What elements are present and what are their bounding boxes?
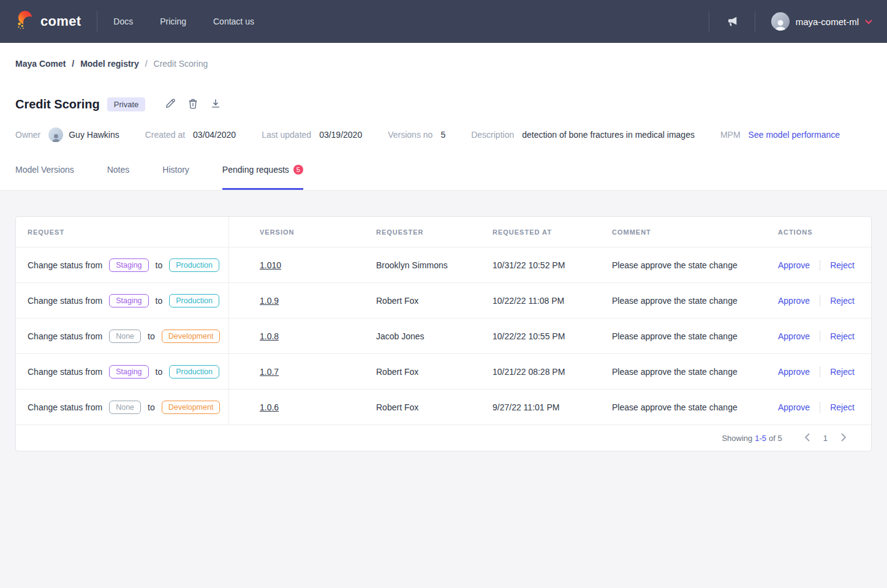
- showing-total: of 5: [769, 434, 782, 443]
- previous-page-button[interactable]: [803, 433, 811, 443]
- top-navbar: comet Docs Pricing Contact us maya-come: [0, 0, 887, 43]
- requested-at-cell: 10/21/22 08:28 PM: [477, 367, 597, 377]
- version-link[interactable]: 1.0.8: [260, 331, 279, 341]
- table-body: Change status from Staging to Production…: [16, 247, 871, 425]
- nav-link-docs[interactable]: Docs: [113, 17, 133, 26]
- title-row: Credit Scoring Private: [15, 97, 872, 112]
- versions-no-label: Versions no: [388, 130, 432, 140]
- pending-count-badge: 5: [293, 165, 303, 175]
- versions-no-value: 5: [440, 130, 445, 140]
- next-page-button[interactable]: [840, 433, 848, 443]
- status-badge-from: None: [109, 330, 141, 343]
- version-link[interactable]: 1.010: [260, 260, 281, 270]
- showing-range: 1-5: [755, 434, 766, 443]
- reject-button[interactable]: Reject: [830, 367, 855, 377]
- see-model-performance-link[interactable]: See model performance: [749, 130, 840, 140]
- tab-model-versions[interactable]: Model Versions: [15, 165, 74, 190]
- comment-cell: Please approve the state change: [597, 331, 763, 341]
- last-updated-value: 03/19/2020: [319, 130, 362, 140]
- nav-link-pricing[interactable]: Pricing: [160, 17, 186, 26]
- requester-cell: Robert Fox: [361, 367, 477, 377]
- actions-divider: [820, 331, 820, 342]
- column-header-comment: COMMENT: [597, 217, 763, 247]
- status-badge-to: Development: [162, 330, 221, 343]
- actions-cell: Approve Reject: [763, 295, 871, 306]
- column-header-actions: ACTIONS: [763, 217, 871, 247]
- comment-cell: Please approve the state change: [597, 296, 763, 306]
- last-updated-label: Last updated: [262, 130, 311, 140]
- requester-cell: Brooklyn Simmons: [361, 260, 477, 270]
- status-badge-to: Production: [169, 365, 219, 379]
- edit-button[interactable]: [164, 97, 177, 112]
- comet-logo[interactable]: comet: [15, 10, 81, 33]
- reject-button[interactable]: Reject: [830, 296, 855, 306]
- tab-pending-requests-label: Pending requests: [222, 165, 289, 175]
- owner-label: Owner: [15, 130, 40, 140]
- breadcrumb-separator: /: [72, 59, 74, 69]
- pencil-icon: [165, 98, 176, 111]
- chevron-down-icon: [865, 16, 872, 27]
- page-header: Maya Comet / Model registry / Credit Sco…: [0, 43, 887, 190]
- table-header-row: REQUEST VERSION REQUESTER REQUESTED AT C…: [16, 217, 871, 247]
- status-badge-from: Staging: [109, 258, 148, 272]
- showing-label: Showing: [722, 434, 752, 443]
- nav-divider: [97, 11, 97, 32]
- created-at-value: 03/04/2020: [193, 130, 236, 140]
- request-cell: Change status from None to Development: [16, 318, 229, 353]
- request-cell: Change status from Staging to Production: [16, 283, 229, 318]
- reject-button[interactable]: Reject: [830, 331, 855, 341]
- download-button[interactable]: [209, 97, 222, 112]
- tab-pending-requests[interactable]: Pending requests 5: [222, 165, 303, 190]
- reject-button[interactable]: Reject: [830, 260, 855, 270]
- requested-at-cell: 9/27/22 11:01 PM: [477, 402, 597, 412]
- model-meta-row: Owner Guy Hawkins Created at 03/04/2020 …: [15, 127, 872, 142]
- breadcrumb-workspace[interactable]: Maya Comet: [15, 59, 66, 69]
- actions-divider: [820, 402, 820, 413]
- breadcrumb: Maya Comet / Model registry / Credit Sco…: [15, 59, 872, 69]
- request-join: to: [156, 367, 163, 377]
- request-join: to: [156, 296, 163, 306]
- actions-cell: Approve Reject: [763, 331, 871, 342]
- requester-cell: Jacob Jones: [361, 331, 477, 341]
- user-menu[interactable]: maya-comet-ml: [771, 12, 872, 31]
- brand-wordmark: comet: [40, 13, 81, 29]
- approve-button[interactable]: Approve: [778, 331, 810, 341]
- download-icon: [210, 98, 221, 111]
- current-page-number[interactable]: 1: [823, 434, 828, 443]
- requested-at-cell: 10/22/22 10:55 PM: [477, 331, 597, 341]
- owner-name: Guy Hawkins: [69, 130, 119, 140]
- reject-button[interactable]: Reject: [830, 402, 855, 412]
- request-join: to: [148, 331, 155, 341]
- announcements-megaphone-icon[interactable]: [725, 15, 739, 28]
- request-prefix: Change status from: [28, 367, 102, 377]
- request-cell: Change status from Staging to Production: [16, 247, 229, 282]
- column-header-request: REQUEST: [16, 217, 229, 247]
- actions-cell: Approve Reject: [763, 402, 871, 413]
- request-join: to: [148, 402, 155, 412]
- version-link[interactable]: 1.0.6: [260, 402, 279, 412]
- breadcrumb-model-registry[interactable]: Model registry: [80, 59, 139, 69]
- visibility-badge: Private: [107, 97, 145, 111]
- nav-link-contact-us[interactable]: Contact us: [213, 17, 254, 26]
- requester-cell: Robert Fox: [361, 296, 477, 306]
- description-value: detection of bone fractures in medical i…: [522, 130, 695, 140]
- table-row: Change status from Staging to Production…: [16, 247, 871, 283]
- tab-notes[interactable]: Notes: [107, 165, 130, 190]
- breadcrumb-separator: /: [145, 59, 148, 69]
- approve-button[interactable]: Approve: [778, 402, 810, 412]
- version-link[interactable]: 1.0.7: [260, 367, 279, 377]
- tab-history[interactable]: History: [162, 165, 189, 190]
- status-badge-from: Staging: [109, 365, 148, 379]
- table-row: Change status from None to Development 1…: [16, 390, 871, 425]
- tab-bar: Model Versions Notes History Pending req…: [15, 165, 872, 190]
- status-badge-to: Development: [162, 401, 221, 414]
- approve-button[interactable]: Approve: [778, 367, 810, 377]
- username: maya-comet-ml: [796, 17, 859, 27]
- approve-button[interactable]: Approve: [778, 296, 810, 306]
- main-content: REQUEST VERSION REQUESTER REQUESTED AT C…: [0, 190, 887, 477]
- version-link[interactable]: 1.0.9: [260, 296, 279, 306]
- column-header-version: VERSION: [229, 217, 361, 247]
- nav-links: Docs Pricing Contact us: [113, 17, 254, 26]
- approve-button[interactable]: Approve: [778, 260, 810, 270]
- delete-button[interactable]: [186, 97, 200, 112]
